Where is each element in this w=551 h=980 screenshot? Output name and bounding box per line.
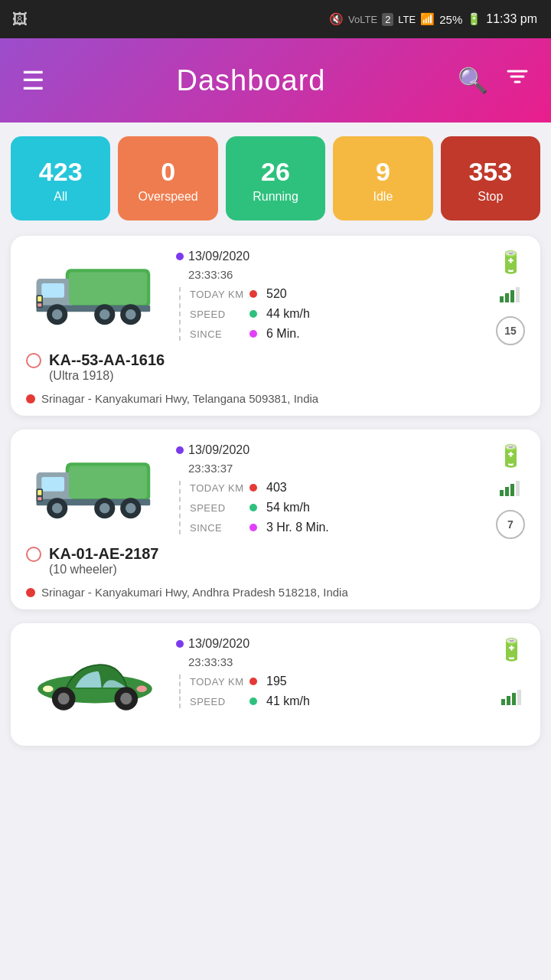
stat-stop-value: 353 — [468, 157, 512, 187]
side-icons-2: 🔋 7 — [496, 443, 525, 539]
svg-point-38 — [58, 693, 70, 704]
vehicle-list: 13/09/2020 23:33:36 Today KM 520 SPEED 4… — [0, 228, 551, 753]
location-dot-2 — [26, 588, 35, 597]
speed-row-2: SPEED 54 km/h — [190, 501, 488, 514]
search-icon[interactable]: 🔍 — [458, 66, 488, 95]
page-title: Dashboard — [44, 64, 458, 97]
since-row-1: SINCE 6 Min. — [190, 327, 488, 341]
vehicle-image-1 — [26, 250, 164, 334]
signal-bars-icon-2 — [500, 479, 521, 499]
compass-badge-1: 15 — [496, 316, 525, 345]
location-text-2: Srinagar - Kanyakumari Hwy, Andhra Prade… — [41, 586, 348, 599]
plate-circle-1 — [26, 353, 41, 368]
location-row-1: Srinagar - Kanyakumari Hwy, Telangana 50… — [26, 392, 525, 405]
side-icons-3: 🔋 — [498, 637, 525, 708]
stat-overspeed-label: Overspeed — [138, 190, 197, 204]
svg-rect-12 — [37, 296, 41, 302]
svg-rect-3 — [69, 273, 147, 305]
svg-rect-15 — [505, 293, 509, 302]
sim2-icon: 2 — [382, 13, 393, 26]
datetime-2: 13/09/2020 — [176, 443, 488, 457]
svg-rect-35 — [516, 481, 520, 496]
vehicle-card-top-3: 13/09/2020 23:33:33 Today KM 195 SPEED 4… — [26, 637, 525, 721]
stat-card-idle[interactable]: 9 Idle — [333, 136, 432, 220]
svg-rect-31 — [37, 497, 41, 500]
svg-rect-32 — [500, 490, 504, 496]
svg-rect-46 — [517, 690, 521, 705]
svg-rect-13 — [37, 303, 41, 306]
volte-icon: VoLTE — [348, 14, 377, 25]
stat-all-label: All — [54, 190, 67, 204]
vehicle-card-2[interactable]: 13/09/2020 23:33:37 Today KM 403 SPEED 5… — [11, 430, 540, 609]
stat-running-value: 26 — [261, 157, 290, 187]
stat-running-label: Running — [253, 190, 298, 204]
battery-icon: 🔋 — [467, 12, 481, 26]
svg-rect-21 — [69, 466, 147, 499]
today-km-row-1: Today KM 520 — [190, 287, 488, 301]
battery-percent: 25% — [439, 13, 462, 26]
menu-icon[interactable]: ☰ — [21, 67, 44, 93]
today-km-row-2: Today KM 403 — [190, 481, 488, 495]
svg-rect-30 — [37, 490, 41, 495]
time-2: 23:33:37 — [188, 462, 488, 475]
stat-idle-value: 9 — [376, 157, 390, 187]
svg-rect-2 — [41, 283, 64, 298]
svg-rect-14 — [500, 296, 504, 302]
speed-row-1: SPEED 44 km/h — [190, 307, 488, 321]
svg-rect-17 — [516, 287, 520, 302]
status-bar-right: 🔇 VoLTE 2 LTE 📶 25% 🔋 11:33 pm — [329, 12, 537, 26]
location-row-2: Srinagar - Kanyakumari Hwy, Andhra Prade… — [26, 586, 525, 599]
svg-point-40 — [120, 693, 132, 704]
svg-point-6 — [52, 309, 63, 320]
image-icon: 🖼 — [12, 11, 28, 28]
vehicle-card-3[interactable]: 13/09/2020 23:33:33 Today KM 195 SPEED 4… — [11, 623, 540, 746]
stat-overspeed-value: 0 — [161, 157, 175, 187]
svg-point-24 — [52, 503, 63, 514]
svg-point-8 — [99, 309, 110, 320]
stat-card-running[interactable]: 26 Running — [226, 136, 325, 220]
stats-row: 423 All 0 Overspeed 26 Running 9 Idle 35… — [0, 122, 551, 228]
side-icons-1: 🔋 15 — [496, 250, 525, 345]
svg-rect-44 — [507, 696, 510, 705]
stat-stop-label: Stop — [478, 190, 503, 204]
datetime-1: 13/09/2020 — [176, 250, 488, 263]
since-row-2: SINCE 3 Hr. 8 Min. — [190, 521, 488, 534]
today-km-row-3: Today KM 195 — [190, 675, 491, 688]
stat-card-stop[interactable]: 353 Stop — [441, 136, 540, 220]
svg-point-26 — [99, 503, 110, 514]
speed-row-3: SPEED 41 km/h — [190, 694, 491, 708]
svg-point-10 — [126, 309, 136, 320]
vehicle-card-1[interactable]: 13/09/2020 23:33:36 Today KM 520 SPEED 4… — [11, 236, 540, 416]
clock: 11:33 pm — [486, 12, 537, 26]
svg-point-42 — [136, 686, 147, 693]
lte-icon: LTE — [398, 14, 416, 25]
filter-icon[interactable] — [505, 66, 530, 96]
time-3: 23:33:33 — [188, 655, 491, 668]
svg-rect-16 — [510, 290, 514, 302]
vehicle-image-2 — [26, 443, 164, 528]
svg-rect-33 — [505, 487, 509, 496]
svg-point-41 — [43, 686, 54, 693]
vehicle-type-1: (Ultra 1918) — [49, 369, 525, 383]
vehicle-type-2: (10 wheeler) — [49, 563, 525, 577]
signal-bars-icon-1 — [500, 286, 521, 305]
toolbar: ☰ Dashboard 🔍 — [0, 38, 551, 122]
location-dot-1 — [26, 394, 35, 403]
signal-bars: 📶 — [420, 12, 435, 26]
time-1: 23:33:36 — [188, 268, 488, 281]
svg-rect-20 — [41, 477, 64, 492]
svg-rect-34 — [510, 484, 514, 496]
plate-row-2: KA-01-AE-2187 — [26, 545, 525, 563]
svg-rect-45 — [512, 693, 516, 705]
stat-all-value: 423 — [39, 157, 83, 187]
datetime-3: 13/09/2020 — [176, 637, 491, 651]
vehicle-info-block-2: 13/09/2020 23:33:37 Today KM 403 SPEED 5… — [176, 443, 525, 539]
location-text-1: Srinagar - Kanyakumari Hwy, Telangana 50… — [41, 392, 318, 405]
vehicle-card-top-2: 13/09/2020 23:33:37 Today KM 403 SPEED 5… — [26, 443, 525, 539]
compass-badge-2: 7 — [496, 510, 525, 539]
stat-card-all[interactable]: 423 All — [11, 136, 110, 220]
vehicle-info-block-1: 13/09/2020 23:33:36 Today KM 520 SPEED 4… — [176, 250, 525, 345]
stat-card-overspeed[interactable]: 0 Overspeed — [118, 136, 217, 220]
vehicle-info-block-3: 13/09/2020 23:33:33 Today KM 195 SPEED 4… — [176, 637, 525, 708]
stat-idle-label: Idle — [373, 190, 393, 204]
